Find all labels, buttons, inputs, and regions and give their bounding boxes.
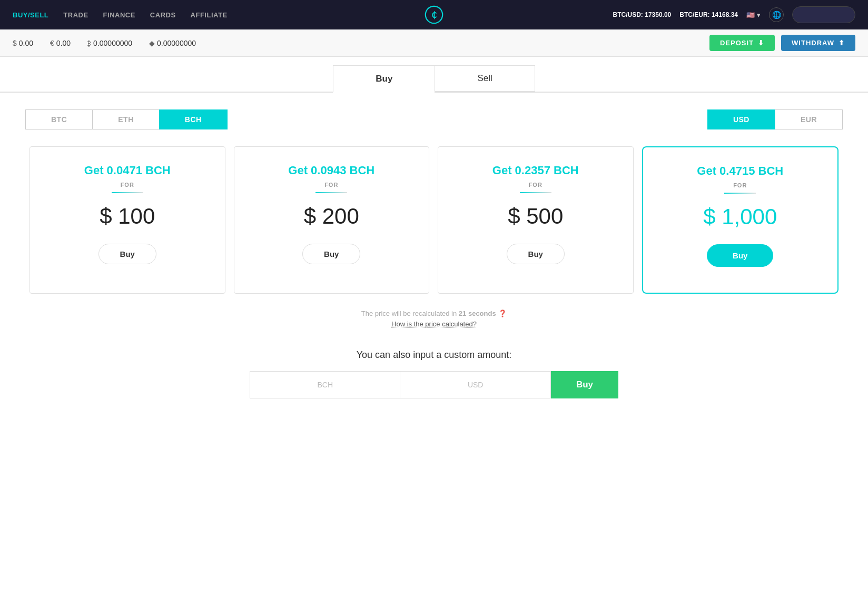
for-label-100: FOR: [121, 182, 134, 188]
how-calculated-link[interactable]: How is the price calculated?: [391, 320, 477, 328]
for-label-1000: FOR: [733, 182, 747, 188]
sell-tab[interactable]: Sell: [435, 65, 535, 92]
action-buttons: DEPOSIT ⬇ WITHDRAW ⬆: [709, 35, 855, 51]
dollar-icon: $: [13, 39, 17, 47]
recalc-seconds: 21 seconds: [459, 310, 496, 317]
buy-button-500[interactable]: Buy: [507, 244, 565, 264]
bch-input[interactable]: [250, 371, 400, 398]
buy-button-100[interactable]: Buy: [98, 244, 156, 264]
selector-row: BTC ETH BCH USD EUR: [0, 93, 868, 129]
withdraw-label: WITHDRAW: [792, 39, 834, 47]
usd-input[interactable]: [400, 371, 550, 398]
eth-icon: ◆: [149, 39, 155, 47]
price-card-100: Get 0.0471 BCH FOR $ 100 Buy: [29, 146, 225, 294]
info-icon[interactable]: ❓: [498, 310, 507, 317]
globe-icon: 🌐: [772, 11, 781, 19]
eur-balance-value: 0.00: [56, 39, 71, 47]
price-value-1000: $ 1,000: [703, 204, 777, 229]
upload-icon: ⬆: [839, 39, 845, 47]
buy-button-1000[interactable]: Buy: [707, 244, 773, 267]
btc-usd-price: BTC/USD: 17350.00: [613, 11, 672, 18]
withdraw-button[interactable]: WITHDRAW ⬆: [781, 35, 855, 51]
price-value-200: $ 200: [304, 204, 359, 229]
usd-balance: $ 0.00: [13, 39, 33, 47]
recalculate-section: The price will be recalculated in 21 sec…: [0, 308, 868, 328]
language-flag-button[interactable]: 🇺🇸 ▾: [746, 11, 761, 19]
nav-links: BUY/SELL TRADE FINANCE CARDS AFFILIATE: [13, 11, 228, 19]
eur-balance: € 0.00: [50, 39, 71, 47]
get-amount-1000: Get 0.4715 BCH: [697, 164, 783, 178]
custom-buy-button[interactable]: Buy: [551, 371, 618, 398]
crypto-tab-eth[interactable]: ETH: [92, 109, 159, 129]
custom-amount-section: You can also input a custom amount: Buy: [0, 350, 868, 420]
nav-trade[interactable]: TRADE: [63, 11, 88, 19]
nav-cards[interactable]: CARDS: [150, 11, 176, 19]
nav-buy-sell[interactable]: BUY/SELL: [13, 11, 48, 19]
btc-balance: ₿ 0.00000000: [87, 39, 132, 47]
nav-right: BTC/USD: 17350.00 BTC/EUR: 14168.34 🇺🇸 ▾…: [613, 6, 855, 23]
globe-button[interactable]: 🌐: [769, 7, 784, 22]
custom-amount-title: You can also input a custom amount:: [25, 350, 843, 361]
separator-100: [112, 192, 143, 193]
recalc-prefix: The price will be recalculated in: [361, 310, 459, 317]
main-content: Buy Sell BTC ETH BCH USD EUR Get 0.0471 …: [0, 57, 868, 599]
for-label-500: FOR: [529, 182, 542, 188]
deposit-label: DEPOSIT: [720, 39, 754, 47]
get-amount-100: Get 0.0471 BCH: [84, 164, 171, 177]
separator-1000: [724, 193, 756, 194]
price-card-500: Get 0.2357 BCH FOR $ 500 Buy: [438, 146, 634, 294]
separator-200: [315, 192, 347, 193]
price-card-1000: Get 0.4715 BCH FOR $ 1,000 Buy: [642, 146, 839, 294]
currency-tab-eur[interactable]: EUR: [775, 109, 843, 129]
nav-affiliate[interactable]: AFFILIATE: [191, 11, 228, 19]
logo[interactable]: ₵: [425, 5, 443, 24]
price-value-500: $ 500: [508, 204, 563, 229]
balance-bar: $ 0.00 € 0.00 ₿ 0.00000000 ◆ 0.00000000 …: [0, 29, 868, 57]
crypto-tab-bch[interactable]: BCH: [159, 109, 228, 129]
separator-500: [520, 192, 551, 193]
deposit-button[interactable]: DEPOSIT ⬇: [709, 35, 775, 51]
eth-balance-value: 0.00000000: [157, 39, 196, 47]
custom-inputs: Buy: [250, 371, 618, 398]
buy-tab[interactable]: Buy: [333, 65, 435, 93]
get-amount-500: Get 0.2357 BCH: [492, 164, 579, 177]
svg-text:₵: ₵: [431, 10, 437, 19]
currency-tab-usd[interactable]: USD: [707, 109, 775, 129]
for-label-200: FOR: [324, 182, 338, 188]
buy-button-200[interactable]: Buy: [302, 244, 360, 264]
recalculate-text: The price will be recalculated in 21 sec…: [25, 308, 843, 318]
login-button[interactable]: [792, 6, 855, 23]
currency-tabs: USD EUR: [707, 109, 843, 129]
download-icon: ⬇: [758, 39, 764, 47]
eth-balance: ◆ 0.00000000: [149, 39, 196, 47]
nav-finance[interactable]: FINANCE: [103, 11, 135, 19]
navbar: BUY/SELL TRADE FINANCE CARDS AFFILIATE ₵…: [0, 0, 868, 29]
chevron-down-icon: ▾: [757, 11, 761, 19]
buy-sell-tabs: Buy Sell: [0, 57, 868, 93]
btc-eur-price: BTC/EUR: 14168.34: [679, 11, 738, 18]
euro-icon: €: [50, 39, 54, 47]
flag-icon: 🇺🇸: [746, 11, 755, 19]
price-value-100: $ 100: [100, 204, 155, 229]
price-cards: Get 0.0471 BCH FOR $ 100 Buy Get 0.0943 …: [0, 129, 868, 294]
get-amount-200: Get 0.0943 BCH: [288, 164, 374, 177]
crypto-tabs: BTC ETH BCH: [25, 109, 228, 129]
usd-balance-value: 0.00: [19, 39, 33, 47]
btc-balance-value: 0.00000000: [93, 39, 132, 47]
price-card-200: Get 0.0943 BCH FOR $ 200 Buy: [234, 146, 430, 294]
bitcoin-icon: ₿: [87, 39, 91, 47]
crypto-tab-btc[interactable]: BTC: [25, 109, 92, 129]
